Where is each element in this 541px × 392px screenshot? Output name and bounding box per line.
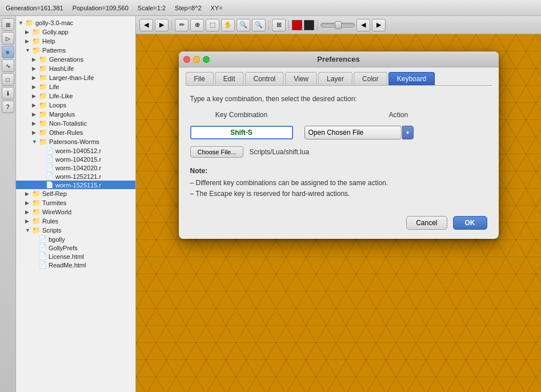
- tree-readme[interactable]: 📄 ReadMe.html: [16, 261, 135, 269]
- draw-tool-button[interactable]: ✏: [175, 19, 189, 31]
- key-combination-input[interactable]: [190, 126, 293, 139]
- tab-edit[interactable]: Edit: [215, 72, 244, 85]
- move-tool-button[interactable]: ✋: [221, 19, 235, 31]
- tree-bgolly[interactable]: 📄 bgolly: [16, 235, 135, 243]
- maximize-button[interactable]: [203, 56, 210, 63]
- grid-button[interactable]: ⊞: [272, 19, 286, 31]
- tree-rules[interactable]: ▶ 📁 Rules: [16, 217, 135, 226]
- zoom-slider[interactable]: [320, 23, 355, 27]
- file-bgolly-icon: 📄: [39, 235, 47, 243]
- minimize-button[interactable]: [193, 56, 200, 63]
- next-state-button[interactable]: ▶: [372, 19, 386, 31]
- arrow-worm2: [39, 157, 46, 162]
- tab-control[interactable]: Control: [245, 72, 284, 85]
- tree-worm2[interactable]: 📄 worm-1042015.r: [16, 155, 135, 163]
- dialog-tabs: File Edit Control View Layer Color Keybo…: [179, 67, 499, 85]
- folder-larger-icon: 📁: [39, 74, 47, 82]
- toolbar-icon-4[interactable]: ∿: [2, 59, 14, 72]
- population-stat: Population=109,560: [69, 5, 132, 11]
- toolbar-icon-5[interactable]: □: [2, 73, 14, 86]
- toolbar-icon-7[interactable]: ?: [2, 101, 14, 113]
- tree-life[interactable]: ▶ 📁 Life: [16, 82, 135, 91]
- zoom-slider-thumb[interactable]: [335, 21, 342, 29]
- select-arrow-icon: ▼: [402, 126, 414, 139]
- folder-lifelike-icon: 📁: [39, 92, 47, 100]
- tree-gollyprefs[interactable]: 📄 GollyPrefs: [16, 243, 135, 252]
- folder-patterns-icon: 📁: [32, 46, 41, 54]
- tree-patterns[interactable]: ▼ 📁 Patterns: [16, 46, 135, 55]
- toolbar-icon-3[interactable]: ≡: [2, 46, 14, 58]
- arrow-root: ▼: [18, 20, 25, 26]
- tree-worm5[interactable]: 📄 worm-1525115.r: [16, 181, 135, 189]
- tree-generations[interactable]: ▶ 📁 Generations: [16, 55, 135, 64]
- tree-worm3[interactable]: 📄 worm-1042020.r: [16, 163, 135, 172]
- tab-file[interactable]: File: [186, 72, 214, 85]
- tree-scripts-label: Scripts: [42, 227, 62, 234]
- toolbar-icon-1[interactable]: ⊞: [2, 18, 14, 31]
- file-worm4-icon: 📄: [46, 173, 54, 180]
- tab-color[interactable]: Color: [354, 72, 387, 85]
- toolbar-icon-6[interactable]: ℹ: [2, 87, 14, 99]
- prev-state-button[interactable]: ◀: [356, 19, 370, 31]
- folder-scripts-icon: 📁: [32, 226, 41, 234]
- tree-wireworld[interactable]: ▶ 📁 WireWorld: [16, 207, 135, 217]
- ok-button[interactable]: OK: [453, 216, 487, 230]
- file-chooser-row: Choose File... Scripts/Lua/shift.lua: [190, 146, 487, 158]
- choose-file-button[interactable]: Choose File...: [190, 146, 244, 158]
- tree-scripts[interactable]: ▼ 📁 Scripts: [16, 226, 135, 235]
- main-layout: ⊞ ▷ ≡ ∿ □ ℹ ? ▼ 📁 golly-3.0-mac ▶ 📁 Goll…: [0, 16, 541, 392]
- tree-patersons[interactable]: ▼ 📁 Patersons-Worms: [16, 137, 135, 146]
- tree-golly-app[interactable]: ▶ 📁 Golly.app: [16, 27, 135, 37]
- icon-toolbar: ⊞ ▷ ≡ ∿ □ ℹ ?: [0, 16, 16, 392]
- separator-4: [317, 20, 318, 30]
- action-select[interactable]: Open Chosen File Open File Save File Run…: [304, 126, 402, 139]
- color-red-block[interactable]: [292, 20, 302, 30]
- tab-keyboard[interactable]: Keyboard: [388, 72, 435, 85]
- tree-nontotalistic[interactable]: ▶ 📁 Non-Totalistic: [16, 119, 135, 128]
- color-black-block[interactable]: [304, 20, 314, 30]
- note-line-2: – The Escape key is reserved for hard-wi…: [190, 189, 487, 199]
- tree-wireworld-label: WireWorld: [42, 209, 71, 215]
- generation-stat: Generation=161,381: [2, 5, 67, 11]
- folder-golly-app-icon: 📁: [32, 28, 41, 36]
- tree-help-label: Help: [42, 38, 55, 45]
- action-label: Action: [389, 111, 408, 119]
- tree-nontotalistic-label: Non-Totalistic: [49, 120, 87, 127]
- tree-turmites-label: Turmites: [42, 199, 66, 206]
- dialog-overlay: Preferences File Edit Control View Layer…: [136, 34, 541, 392]
- tree-hashlife[interactable]: ▶ 📁 HashLife: [16, 64, 135, 73]
- select-tool-button[interactable]: ⬚: [206, 19, 219, 31]
- tree-worm1[interactable]: 📄 worm-1040512.r: [16, 146, 135, 155]
- tree-otherrules[interactable]: ▶ 📁 Other-Rules: [16, 128, 135, 137]
- dialog-footer: Cancel OK: [179, 209, 499, 239]
- tree-selfrep[interactable]: ▶ 📁 Self-Rep: [16, 189, 135, 198]
- arrow-loops: ▶: [32, 102, 39, 108]
- tree-turmites[interactable]: ▶ 📁 Turmites: [16, 198, 135, 207]
- tab-layer[interactable]: Layer: [318, 72, 352, 85]
- input-row: Open Chosen File Open File Save File Run…: [190, 126, 487, 139]
- tree-lifelike[interactable]: ▶ 📁 Life-Like: [16, 91, 135, 101]
- tree-margolus[interactable]: ▶ 📁 Margolus: [16, 110, 135, 119]
- tree-otherrules-label: Other-Rules: [49, 129, 83, 136]
- tree-license[interactable]: 📄 License.html: [16, 252, 135, 261]
- cancel-button[interactable]: Cancel: [406, 216, 447, 230]
- toolbar-icon-2[interactable]: ▷: [2, 32, 14, 45]
- tree-larger[interactable]: ▶ 📁 Larger-than-Life: [16, 73, 135, 82]
- traffic-lights: [183, 56, 210, 63]
- back-button[interactable]: ◀: [139, 19, 153, 31]
- arrow-lifelike: ▶: [32, 93, 39, 99]
- forward-button[interactable]: ▶: [155, 19, 169, 31]
- tree-worm4[interactable]: 📄 worm-1252121.r: [16, 172, 135, 181]
- tab-view[interactable]: View: [285, 72, 317, 85]
- file-worm5-icon: 📄: [46, 181, 54, 189]
- zoom-in-button[interactable]: 🔍: [237, 19, 250, 31]
- close-button[interactable]: [183, 56, 190, 63]
- tree-help[interactable]: ▶ 📁 Help: [16, 37, 135, 46]
- tree-rules-label: Rules: [42, 218, 58, 225]
- pick-tool-button[interactable]: ⊕: [190, 19, 204, 31]
- folder-selfrep-icon: 📁: [32, 190, 41, 198]
- tree-root[interactable]: ▼ 📁 golly-3.0-mac: [16, 18, 135, 27]
- zoom-out-button[interactable]: 🔍: [252, 19, 266, 31]
- folder-hashlife-icon: 📁: [39, 65, 47, 73]
- tree-loops[interactable]: ▶ 📁 Loops: [16, 101, 135, 110]
